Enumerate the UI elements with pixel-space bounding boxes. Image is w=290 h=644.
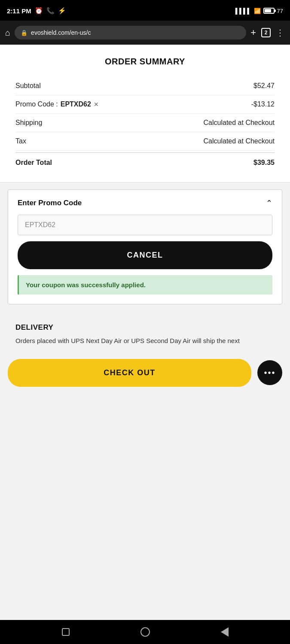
checkout-bar: CHECK OUT ••• [0, 353, 290, 394]
lock-icon: 🔒 [21, 30, 27, 36]
signal-icon: ▌▌▌▌ [235, 8, 251, 14]
square-icon [62, 628, 70, 636]
checkout-button[interactable]: CHECK OUT [8, 359, 251, 387]
home-icon[interactable]: ⌂ [5, 28, 10, 38]
tax-label: Tax [15, 137, 26, 145]
activity-icon: ⚡ [58, 7, 66, 15]
phone-icon: 📞 [46, 7, 55, 15]
alarm-icon: ⏰ [35, 7, 43, 15]
back-nav-button[interactable] [219, 626, 231, 638]
delivery-section: DELIVERY Orders placed with UPS Next Day… [0, 311, 290, 353]
tax-value: Calculated at Checkout [204, 137, 275, 145]
tax-row: Tax Calculated at Checkout [15, 132, 275, 151]
bottom-nav [0, 620, 290, 644]
new-tab-button[interactable]: + [250, 27, 256, 38]
subtotal-label: Subtotal [15, 82, 41, 90]
delivery-text: Orders placed with UPS Next Day Air or U… [15, 336, 275, 346]
status-left: 2:11 PM ⏰ 📞 ⚡ [7, 7, 66, 15]
square-nav-button[interactable] [60, 626, 72, 638]
promo-label: Promo Code : EPTXD62 ✕ [15, 100, 99, 108]
order-summary-title: ORDER SUMMARY [15, 57, 275, 67]
url-bar[interactable]: 🔒 evoshield.com/en-us/c [15, 26, 246, 39]
promo-code-text: EPTXD62 [61, 100, 91, 108]
home-nav-button[interactable] [139, 626, 151, 638]
url-text: evoshield.com/en-us/c [31, 29, 91, 36]
status-right: ▌▌▌▌ 📶 77 [235, 8, 283, 14]
promo-value: -$13.12 [251, 100, 275, 108]
chat-icon: ••• [264, 368, 275, 378]
promo-section-title: Enter Promo Code [18, 199, 82, 207]
chevron-up-icon[interactable]: ⌃ [266, 198, 272, 208]
wifi-icon: 📶 [254, 8, 261, 14]
status-bar: 2:11 PM ⏰ 📞 ⚡ ▌▌▌▌ 📶 77 [0, 0, 290, 21]
promo-code-section: Enter Promo Code ⌃ CANCEL Your coupon wa… [8, 189, 282, 304]
battery-percent: 77 [277, 8, 283, 14]
circle-icon [140, 627, 150, 637]
promo-header: Enter Promo Code ⌃ [18, 198, 272, 208]
shipping-row: Shipping Calculated at Checkout [15, 114, 275, 132]
promo-row: Promo Code : EPTXD62 ✕ -$13.12 [15, 95, 275, 114]
triangle-icon [221, 627, 229, 637]
remove-promo-button[interactable]: ✕ [94, 101, 99, 108]
main-content: ORDER SUMMARY Subtotal $52.47 Promo Code… [0, 45, 290, 620]
chat-button[interactable]: ••• [257, 360, 282, 385]
subtotal-value: $52.47 [253, 82, 275, 90]
browser-bar: ⌂ 🔒 evoshield.com/en-us/c + 2 ⋮ [0, 21, 290, 45]
shipping-label: Shipping [15, 119, 42, 127]
promo-code-input[interactable] [18, 215, 272, 235]
cancel-button[interactable]: CANCEL [18, 241, 272, 269]
battery-fill [265, 9, 271, 12]
shipping-value: Calculated at Checkout [204, 119, 275, 127]
battery-icon [263, 8, 275, 14]
total-row: Order Total $39.35 [15, 152, 275, 172]
total-value: $39.35 [253, 159, 275, 167]
browser-actions: + 2 ⋮ [250, 27, 285, 38]
delivery-title: DELIVERY [15, 323, 275, 332]
menu-button[interactable]: ⋮ [276, 27, 285, 38]
subtotal-row: Subtotal $52.47 [15, 77, 275, 95]
coupon-success-message: Your coupon was successfully applied. [18, 275, 272, 295]
time-display: 2:11 PM [7, 7, 31, 15]
promo-label-text: Promo Code : [15, 100, 58, 108]
total-label: Order Total [15, 159, 52, 167]
tab-count[interactable]: 2 [261, 28, 271, 37]
order-summary-card: ORDER SUMMARY Subtotal $52.47 Promo Code… [0, 45, 290, 182]
